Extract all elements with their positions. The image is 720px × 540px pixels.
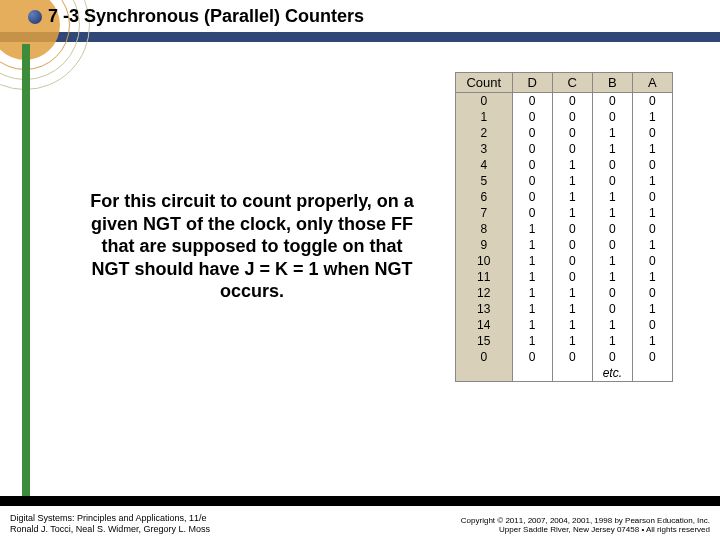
cell-count: 11 xyxy=(456,269,513,285)
count-table-wrap: Count D C B A 00000100012001030011401005… xyxy=(455,72,673,382)
cell-count: 3 xyxy=(456,141,513,157)
cell-bit: 1 xyxy=(512,269,552,285)
cell-bit: 1 xyxy=(592,253,632,269)
header-blue-bar xyxy=(0,32,720,42)
cell-bit: 1 xyxy=(632,141,672,157)
cell-bit: 1 xyxy=(512,221,552,237)
cell-bit: 0 xyxy=(512,125,552,141)
cell-bit: 0 xyxy=(592,237,632,253)
cell-bit: 0 xyxy=(552,269,592,285)
cell-count: 10 xyxy=(456,253,513,269)
cell-bit: 0 xyxy=(552,93,592,110)
cell-count: 7 xyxy=(456,205,513,221)
table-row: 111011 xyxy=(456,269,673,285)
cell-count: 14 xyxy=(456,317,513,333)
footer-left: Digital Systems: Principles and Applicat… xyxy=(10,513,210,534)
cell-bit: 0 xyxy=(512,109,552,125)
cell-count: 2 xyxy=(456,125,513,141)
cell-bit: 1 xyxy=(512,317,552,333)
cell-count: 13 xyxy=(456,301,513,317)
cell-bit: 0 xyxy=(632,93,672,110)
col-header-a: A xyxy=(632,73,672,93)
cell-count: 4 xyxy=(456,157,513,173)
table-row: 50101 xyxy=(456,173,673,189)
footer-copyright: Copyright © 2011, 2007, 2004, 2001, 1998… xyxy=(461,516,710,525)
table-row: 101010 xyxy=(456,253,673,269)
table-row: 60110 xyxy=(456,189,673,205)
cell-bit: 1 xyxy=(592,269,632,285)
table-row: 91001 xyxy=(456,237,673,253)
cell-bit: 0 xyxy=(592,93,632,110)
cell-bit: 0 xyxy=(552,125,592,141)
cell-count: 1 xyxy=(456,109,513,125)
table-header-row: Count D C B A xyxy=(456,73,673,93)
cell-bit: 0 xyxy=(552,109,592,125)
cell-bit: 1 xyxy=(592,333,632,349)
slide-footer: Digital Systems: Principles and Applicat… xyxy=(0,496,720,540)
cell-bit: 0 xyxy=(592,285,632,301)
cell-bit: 1 xyxy=(592,317,632,333)
footer-right: Copyright © 2011, 2007, 2004, 2001, 1998… xyxy=(461,516,710,534)
cell-bit: 1 xyxy=(512,333,552,349)
table-row: 121100 xyxy=(456,285,673,301)
cell-bit: 0 xyxy=(632,317,672,333)
cell-bit: 1 xyxy=(632,205,672,221)
cell-bit: 1 xyxy=(632,269,672,285)
cell-bit: 0 xyxy=(592,349,632,365)
cell-bit: 0 xyxy=(632,157,672,173)
cell-bit: 1 xyxy=(512,237,552,253)
body-paragraph: For this circuit to count properly, on a… xyxy=(82,190,422,303)
cell-bit: 0 xyxy=(632,253,672,269)
cell-bit: 1 xyxy=(632,237,672,253)
cell-empty xyxy=(632,365,672,382)
cell-bit: 1 xyxy=(592,205,632,221)
cell-bit: 1 xyxy=(512,301,552,317)
cell-bit: 1 xyxy=(512,253,552,269)
table-row: 20010 xyxy=(456,125,673,141)
table-row: 10001 xyxy=(456,109,673,125)
cell-bit: 1 xyxy=(512,285,552,301)
cell-bit: 1 xyxy=(552,157,592,173)
cell-bit: 0 xyxy=(552,253,592,269)
table-row: 00000 xyxy=(456,93,673,110)
cell-bit: 0 xyxy=(512,157,552,173)
cell-bit: 0 xyxy=(552,237,592,253)
table-row: 81000 xyxy=(456,221,673,237)
cell-bit: 1 xyxy=(552,333,592,349)
table-row: 131101 xyxy=(456,301,673,317)
cell-count: 8 xyxy=(456,221,513,237)
cell-count: 9 xyxy=(456,237,513,253)
cell-bit: 0 xyxy=(512,189,552,205)
cell-bit: 0 xyxy=(592,109,632,125)
cell-bit: 1 xyxy=(632,109,672,125)
cell-bit: 1 xyxy=(632,333,672,349)
table-row: 151111 xyxy=(456,333,673,349)
cell-bit: 1 xyxy=(552,285,592,301)
table-row: 70111 xyxy=(456,205,673,221)
cell-bit: 1 xyxy=(592,125,632,141)
cell-count: 5 xyxy=(456,173,513,189)
cell-bit: 0 xyxy=(512,141,552,157)
cell-bit: 0 xyxy=(512,93,552,110)
cell-empty xyxy=(456,365,513,382)
cell-bit: 0 xyxy=(592,221,632,237)
cell-bit: 0 xyxy=(632,189,672,205)
cell-bit: 1 xyxy=(632,301,672,317)
footer-black-bar xyxy=(0,496,720,506)
cell-empty xyxy=(512,365,552,382)
cell-bit: 0 xyxy=(592,157,632,173)
cell-bit: 1 xyxy=(592,141,632,157)
footer-book-title: Digital Systems: Principles and Applicat… xyxy=(10,513,207,523)
table-row: 141110 xyxy=(456,317,673,333)
cell-empty xyxy=(552,365,592,382)
cell-bit: 0 xyxy=(512,349,552,365)
slide-title: 7 -3 Synchronous (Parallel) Counters xyxy=(48,6,364,27)
cell-count: 0 xyxy=(456,349,513,365)
cell-bit: 1 xyxy=(552,189,592,205)
etc-label: etc. xyxy=(592,365,632,382)
cell-count: 12 xyxy=(456,285,513,301)
col-header-d: D xyxy=(512,73,552,93)
cell-bit: 0 xyxy=(632,285,672,301)
cell-bit: 0 xyxy=(592,173,632,189)
table-row: 30011 xyxy=(456,141,673,157)
